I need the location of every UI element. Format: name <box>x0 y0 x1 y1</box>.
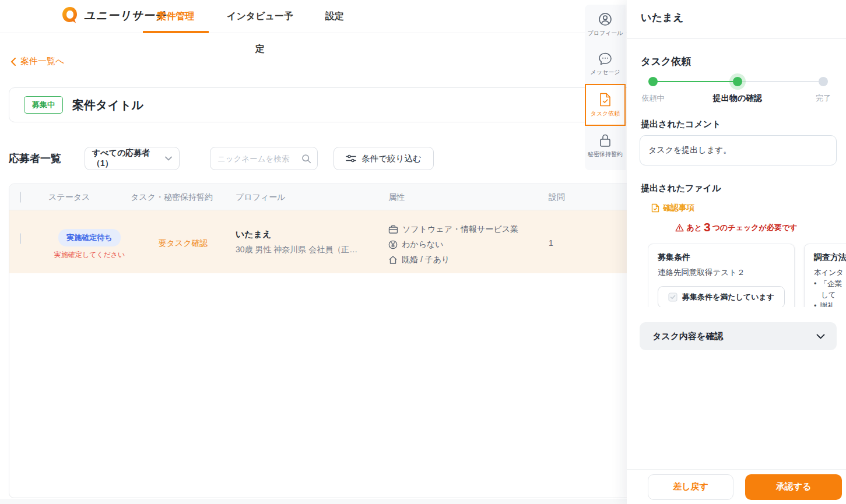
check-items-label: 確認事項 <box>663 203 694 213</box>
document-icon <box>651 203 659 213</box>
survey-method-cont: して <box>814 290 846 301</box>
search-input[interactable] <box>217 154 301 163</box>
tab-task-request[interactable]: タスク依頼 <box>585 84 626 126</box>
header-profile: プロフィール <box>236 184 388 210</box>
task-detail-accordion[interactable]: タスク内容を確認 <box>640 322 837 350</box>
breadcrumb-back-link[interactable]: 案件一覧へ <box>10 56 64 67</box>
attr-industry: ソフトウェア・情報サービス業 <box>402 224 518 235</box>
step-dot-requested <box>648 77 658 86</box>
filter-conditions-button[interactable]: 条件で絞り込む <box>334 147 434 170</box>
dropdown-selected-value: すべての応募者（1） <box>92 148 165 169</box>
nav-tab-settings[interactable]: 設定 <box>325 0 345 33</box>
step-label-done: 完了 <box>816 93 831 104</box>
submitted-comment-box: タスクを提出します。 <box>640 135 837 165</box>
step-label-requested: 依頼中 <box>642 93 665 104</box>
checks-required-warning: あと3つのチェックが必要です <box>627 220 846 234</box>
applicant-profile-summary: 30歳 男性 神奈川県 会社員（正… <box>236 245 388 255</box>
nav-tab-cases[interactable]: 案件管理 <box>143 0 209 33</box>
divider <box>627 38 846 39</box>
task-section-heading: タスク依頼 <box>641 55 691 68</box>
tab-message[interactable]: メッセージ <box>585 44 626 84</box>
applicants-table: ステータス タスク・秘密保持誓約 プロフィール 属性 設問 実施確定待ち 実施確… <box>9 184 636 498</box>
tab-nda[interactable]: 秘密保持誓約 <box>585 126 626 165</box>
applicants-toolbar: 応募者一覧 すべての応募者（1） 条件で絞り込む <box>0 147 627 170</box>
applicant-filter-dropdown[interactable]: すべての応募者（1） <box>85 147 180 170</box>
drawer-applicant-name: いたまえ <box>641 10 684 24</box>
reject-button[interactable]: 差し戻す <box>648 474 733 500</box>
stepper-track-done <box>653 81 738 82</box>
submitted-comment-heading: 提出されたコメント <box>641 119 721 130</box>
survey-method-bullet2: 謝礼 <box>814 301 846 307</box>
profile-icon <box>598 12 613 27</box>
filter-sliders-icon <box>346 154 356 163</box>
message-icon <box>598 52 613 66</box>
survey-method-title: 調査方法 <box>814 252 846 263</box>
nickname-search-box <box>210 147 318 170</box>
accordion-label: タスク内容を確認 <box>652 331 816 342</box>
breadcrumb-label: 案件一覧へ <box>20 56 64 67</box>
table-header-row: ステータス タスク・秘密保持誓約 プロフィール 属性 設問 <box>9 184 635 210</box>
header-questions: 設問 <box>540 184 635 210</box>
warning-suffix: つのチェックが必要です <box>712 223 798 232</box>
submitted-files-heading: 提出されたファイル <box>641 183 721 194</box>
task-request-icon <box>598 92 612 107</box>
question-count: 1 <box>540 210 635 273</box>
attr-income: わからない <box>402 239 444 250</box>
status-note: 実施確定してください <box>48 250 131 260</box>
step-dot-done <box>819 77 828 86</box>
nav-active-underline <box>143 31 209 33</box>
check-items-link[interactable]: 確認事項 <box>651 203 694 213</box>
yen-icon <box>388 240 398 249</box>
row-checkbox[interactable] <box>20 233 21 244</box>
chevron-down-icon <box>165 156 172 161</box>
survey-method-card: 調査方法 本インタ 「企業 して 謝礼 <box>804 244 846 307</box>
survey-method-body: 本インタ 「企業 して 謝礼 <box>814 267 846 307</box>
submitted-comment-text: タスクを提出します。 <box>648 145 731 154</box>
warning-prefix: あと <box>686 223 702 232</box>
task-review-drawer: いたまえ タスク依頼 依頼中 提出物の確認 完了 提出されたコメント タスクを提… <box>627 0 846 504</box>
condition-met-check-button[interactable]: 募集条件を満たしています <box>658 286 785 307</box>
table-row[interactable]: 実施確定待ち 実施確定してください 要タスク確認 いたまえ 30歳 男性 神奈川… <box>9 210 635 273</box>
briefcase-icon <box>388 225 398 234</box>
lock-icon <box>598 133 612 148</box>
warning-count: 3 <box>702 220 712 234</box>
detail-side-tabs: プロフィール メッセージ タスク依頼 秘密保持誓約 <box>585 5 626 170</box>
header-status: ステータス <box>48 184 131 210</box>
recruit-condition-body: 連絡先同意取得テスト２ <box>658 267 785 278</box>
status-badge: 実施確定待ち <box>58 229 120 246</box>
recruit-condition-title: 募集条件 <box>658 252 785 263</box>
step-dot-review <box>733 77 742 86</box>
recruit-condition-card: 募集条件 連絡先同意取得テスト２ 募集条件を満たしています <box>648 244 795 307</box>
chevron-down-icon <box>816 334 825 339</box>
condition-met-label: 募集条件を満たしています <box>682 292 774 302</box>
logo-q-icon <box>61 6 79 26</box>
task-progress-stepper: 依頼中 提出物の確認 完了 <box>627 76 846 111</box>
recruiting-status-badge: 募集中 <box>24 96 63 114</box>
attr-family: 既婚 / 子あり <box>402 255 450 265</box>
step-label-review: 提出物の確認 <box>713 93 762 104</box>
checkbox-icon <box>668 292 677 302</box>
drawer-footer: 差し戻す 承認する <box>627 469 846 504</box>
header-task-nda: タスク・秘密保持誓約 <box>131 184 236 210</box>
search-icon <box>301 154 311 164</box>
chevron-left-icon <box>10 58 16 66</box>
nav-tab-interviews[interactable]: インタビュー予定 <box>224 0 296 33</box>
check-cards-scroller[interactable]: 募集条件 連絡先同意取得テスト２ 募集条件を満たしています 調査方法 本インタ … <box>648 244 846 307</box>
header-attributes: 属性 <box>388 184 540 210</box>
home-icon <box>388 255 398 265</box>
tab-profile[interactable]: プロフィール <box>585 5 626 44</box>
task-check-required-label: 要タスク確認 <box>131 210 236 273</box>
applicant-nickname: いたまえ <box>236 229 388 240</box>
case-title-card: 募集中 案件タイトル <box>9 87 636 122</box>
app-root: ユニーリサーチ 案件管理 インタビュー予定 設定 案件一覧へ 募集中 案件タイト… <box>0 0 846 504</box>
filter-button-label: 条件で絞り込む <box>361 153 422 164</box>
approve-button[interactable]: 承認する <box>745 474 842 500</box>
case-title: 案件タイトル <box>72 97 143 113</box>
select-all-checkbox[interactable] <box>20 192 21 203</box>
survey-method-bullet: 「企業 <box>814 279 846 290</box>
applicants-heading: 応募者一覧 <box>9 151 61 165</box>
survey-method-line: 本インタ <box>814 267 846 279</box>
warning-triangle-icon <box>675 224 684 232</box>
